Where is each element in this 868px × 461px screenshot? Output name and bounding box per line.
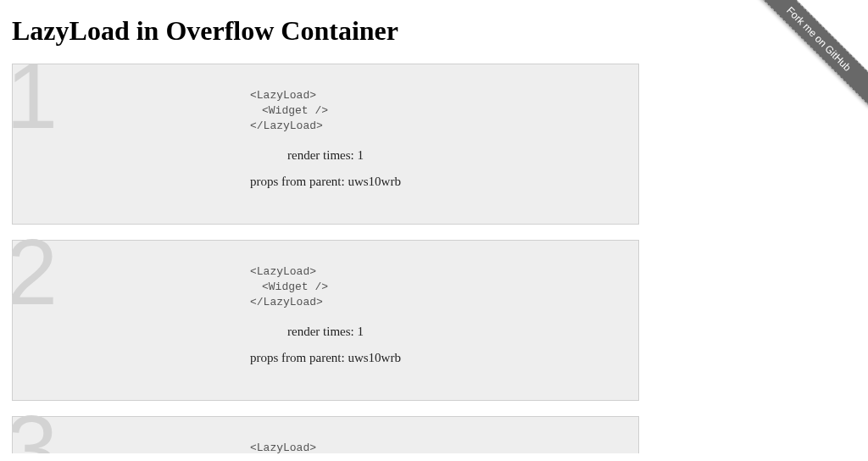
widget-content: <LazyLoad> <Widget /> </LazyLoad> render… [250,432,621,453]
render-times: render times: 1 [250,325,621,339]
widget-card: 1 <LazyLoad> <Widget /> </LazyLoad> rend… [12,64,639,225]
widget-index: 3 [12,402,58,453]
overflow-container[interactable]: 1 <LazyLoad> <Widget /> </LazyLoad> rend… [12,64,639,453]
page-title: LazyLoad in Overflow Container [0,0,868,55]
widget-index: 1 [12,64,58,142]
widget-card: 3 <LazyLoad> <Widget /> </LazyLoad> rend… [12,416,639,453]
code-snippet: <LazyLoad> <Widget /> </LazyLoad> [250,441,621,453]
code-snippet: <LazyLoad> <Widget /> </LazyLoad> [250,88,621,135]
widget-content: <LazyLoad> <Widget /> </LazyLoad> render… [250,256,621,365]
widget-content: <LazyLoad> <Widget /> </LazyLoad> render… [250,80,621,189]
fork-github-link[interactable]: Fork me on GitHub [750,0,868,108]
code-line: <LazyLoad> [250,441,621,453]
code-line: <Widget /> [250,280,621,295]
code-snippet: <LazyLoad> <Widget /> </LazyLoad> [250,264,621,311]
github-ribbon: Fork me on GitHub [741,0,868,127]
widget-index: 2 [12,225,58,319]
code-line: <Widget /> [250,103,621,119]
code-line: <LazyLoad> [250,264,621,280]
code-line: <LazyLoad> [250,88,621,103]
props-from-parent: props from parent: uws10wrb [250,351,621,365]
code-line: </LazyLoad> [250,119,621,134]
props-from-parent: props from parent: uws10wrb [250,175,621,189]
code-line: </LazyLoad> [250,295,621,310]
widget-card: 2 <LazyLoad> <Widget /> </LazyLoad> rend… [12,240,639,401]
render-times: render times: 1 [250,148,621,163]
